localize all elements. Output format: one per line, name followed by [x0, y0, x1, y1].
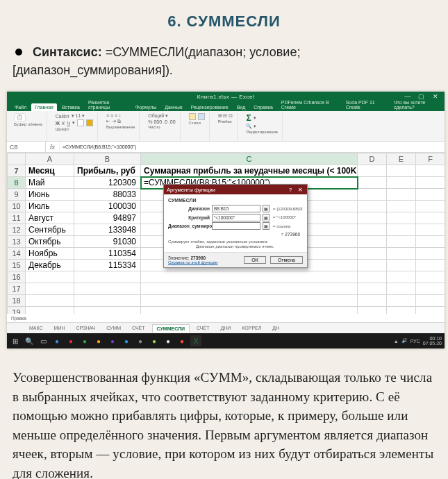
row-header[interactable]: 13 — [8, 236, 26, 248]
ribbon-tab[interactable]: Рецензирование — [188, 103, 232, 111]
cell[interactable] — [358, 248, 387, 260]
row-header[interactable]: 10 — [8, 201, 26, 212]
ribbon-tab[interactable]: Файл — [11, 103, 30, 111]
sheet-tabs[interactable]: МАКСМИНСРЗНАЧСУММСЧЁТСУММЕСЛИСЧЁТДНИКОРР… — [7, 322, 445, 333]
sheet-tab[interactable]: КОРРЕЛ — [238, 324, 265, 332]
app-icon[interactable]: ● — [65, 335, 76, 346]
cell[interactable] — [387, 295, 416, 307]
app-icon[interactable]: ● — [107, 335, 118, 346]
row-header[interactable]: 11 — [8, 212, 26, 224]
cell[interactable] — [387, 271, 416, 283]
dialog-help-icon[interactable]: ? — [286, 187, 294, 193]
cell[interactable] — [26, 283, 74, 295]
cell[interactable] — [358, 271, 387, 283]
cell[interactable] — [387, 165, 416, 177]
cell[interactable] — [358, 201, 387, 212]
cell[interactable]: Месяц — [26, 165, 74, 177]
cell[interactable] — [416, 165, 445, 177]
row-header[interactable]: 18 — [8, 295, 26, 307]
row-header[interactable]: 16 — [8, 271, 26, 283]
cell[interactable]: Октябрь — [26, 236, 74, 248]
row-header[interactable]: 15 — [8, 260, 26, 271]
range-picker-icon[interactable]: ▦ — [263, 222, 269, 230]
app-icon[interactable]: ● — [93, 335, 104, 346]
cell[interactable] — [358, 165, 387, 177]
cell[interactable] — [358, 177, 387, 189]
cell[interactable]: 100030 — [74, 201, 141, 212]
sheet-tab[interactable]: СЧЁТ — [128, 324, 149, 332]
arg-input[interactable]: B8:B15 — [212, 205, 260, 212]
taskview-icon[interactable]: ▭ — [38, 335, 49, 346]
ribbon-tab[interactable]: Soda PDF 11 Create — [342, 99, 389, 111]
tray-icon[interactable]: ▲ — [394, 339, 399, 344]
row-header[interactable]: 12 — [8, 224, 26, 236]
cell[interactable] — [416, 283, 445, 295]
cell[interactable]: Сентябрь — [26, 224, 74, 236]
windows-taskbar[interactable]: ⊞ 🔍 ▭ ● ● ● ● ● ● ● ● ● ● X ▲ 🔊 РУС 00:1… — [7, 333, 445, 348]
app-icon[interactable]: ● — [176, 335, 188, 346]
sheet-tab[interactable]: МИН — [50, 324, 69, 332]
arg-input[interactable]: "<100000" — [212, 214, 260, 221]
function-arguments-dialog[interactable]: Аргументы функции ?✕ СУММЕСЛИ ДиапазонB8… — [163, 184, 308, 268]
cell[interactable] — [358, 260, 387, 271]
cell[interactable]: 88033 — [74, 189, 141, 201]
cell[interactable] — [74, 271, 141, 283]
cell[interactable] — [387, 212, 416, 224]
cell[interactable]: Декабрь — [26, 260, 74, 271]
cell[interactable] — [416, 260, 445, 271]
sheet-tab[interactable]: МАКС — [25, 324, 47, 332]
arg-input[interactable] — [212, 222, 260, 230]
cell[interactable] — [416, 295, 445, 307]
app-icon[interactable]: ● — [121, 335, 132, 346]
cell[interactable]: 91030 — [74, 236, 141, 248]
app-icon[interactable]: ● — [163, 335, 174, 346]
cell[interactable] — [358, 212, 387, 224]
ribbon-tab[interactable]: Вставка — [58, 103, 83, 111]
ribbon-tab[interactable]: Справка — [250, 103, 276, 111]
cell[interactable] — [387, 283, 416, 295]
close-icon[interactable]: ✕ — [429, 92, 442, 101]
cell[interactable] — [358, 283, 387, 295]
cell[interactable]: 133948 — [74, 224, 141, 236]
ribbon-tab[interactable]: Разметка страницы — [85, 99, 131, 111]
dialog-help-link[interactable]: Справка по этой функции — [168, 260, 240, 264]
dialog-cancel-button[interactable]: Отмена — [270, 256, 303, 264]
fx-icon[interactable]: fx — [46, 142, 60, 152]
ribbon-tab[interactable]: Данные — [161, 103, 185, 111]
sheet-tab[interactable]: ДН — [268, 324, 283, 332]
cell[interactable] — [416, 236, 445, 248]
cell[interactable] — [387, 248, 416, 260]
cell[interactable] — [358, 295, 387, 307]
range-picker-icon[interactable]: ▦ — [263, 214, 269, 221]
cell[interactable] — [387, 189, 416, 201]
dialog-close-icon[interactable]: ✕ — [296, 187, 304, 193]
cell[interactable] — [141, 283, 358, 295]
row-header[interactable]: 9 — [8, 189, 26, 201]
cell[interactable]: Июль — [26, 201, 74, 212]
cell[interactable] — [387, 260, 416, 271]
ribbon-tab[interactable]: PDFелем Crhansce В Create — [278, 99, 341, 111]
cell[interactable] — [74, 283, 141, 295]
cell[interactable] — [387, 177, 416, 189]
cell[interactable] — [416, 271, 445, 283]
cell[interactable] — [358, 224, 387, 236]
cell[interactable] — [416, 177, 445, 189]
dialog-ok-button[interactable]: ОК — [244, 256, 266, 264]
column-header[interactable]: D — [358, 153, 387, 165]
cell[interactable] — [26, 295, 74, 307]
cell[interactable] — [416, 189, 445, 201]
row-header[interactable]: 8 — [8, 177, 26, 189]
maximize-icon[interactable]: ▢ — [415, 92, 428, 101]
cell[interactable] — [141, 295, 358, 307]
cell[interactable] — [416, 224, 445, 236]
column-header[interactable]: F — [416, 153, 445, 165]
cell[interactable] — [26, 271, 74, 283]
cell[interactable] — [74, 295, 141, 307]
ribbon-tab[interactable]: Главная — [31, 103, 57, 111]
sheet-tab[interactable]: СУММЕСЛИ — [152, 324, 190, 333]
cell[interactable]: Ноябрь — [26, 248, 74, 260]
app-icon[interactable]: ● — [149, 335, 160, 346]
cell[interactable]: Май — [26, 177, 74, 189]
column-header[interactable]: A — [26, 153, 74, 165]
cell[interactable]: 110354 — [74, 248, 141, 260]
